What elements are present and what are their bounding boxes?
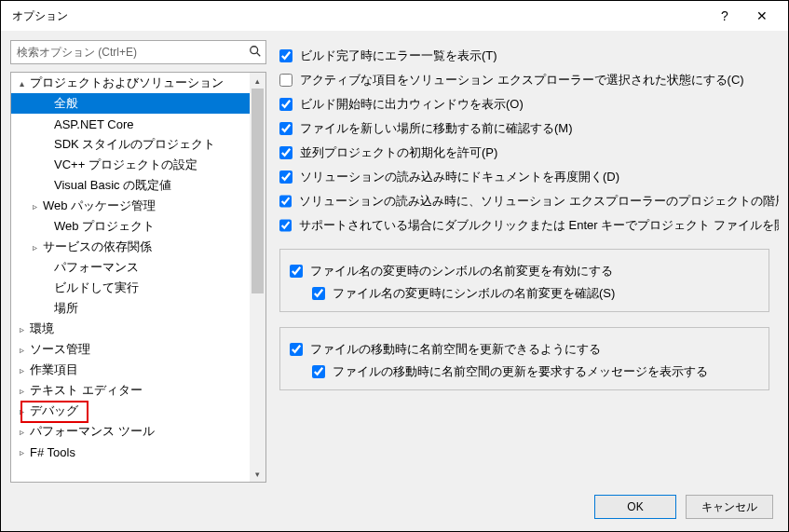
expand-icon[interactable]: ▹	[28, 201, 41, 211]
check-label: ビルド開始時に出力ウィンドウを表示(O)	[300, 96, 524, 113]
tree-item[interactable]: ▹テキスト エディター	[11, 380, 250, 401]
cancel-button[interactable]: キャンセル	[686, 495, 773, 519]
tree-scroll[interactable]: ▴プロジェクトおよびソリューション全般ASP.NET CoreSDK スタイルの…	[11, 73, 250, 482]
tree-item-label: パフォーマンス ツール	[28, 423, 155, 440]
tree-item[interactable]: ▹ソース管理	[11, 339, 250, 360]
checkbox[interactable]	[279, 49, 292, 62]
check-reopen-docs[interactable]: ソリューションの読み込み時にドキュメントを再度開く(D)	[279, 169, 779, 185]
tree-scrollbar[interactable]: ▴ ▾	[250, 73, 265, 482]
tree-item-label: 全般	[52, 95, 78, 112]
check-restore-hierarchy[interactable]: ソリューションの読み込み時に、ソリューション エクスプローラーのプロジェクトの階…	[279, 193, 779, 210]
tree-item-label: ビルドして実行	[52, 280, 139, 296]
check-label: サポートされている場合にダブルクリックまたは Enter キーでプロジェクト フ…	[299, 217, 779, 234]
tree-item-label: F# Tools	[28, 445, 75, 459]
expand-icon[interactable]: ▴	[15, 78, 28, 89]
tree-item-label: 作業項目	[28, 361, 78, 378]
tree-item-label: VC++ プロジェクトの設定	[52, 157, 197, 173]
tree-item-label: テキスト エディター	[28, 382, 143, 399]
checkbox[interactable]	[290, 343, 303, 356]
search-box[interactable]	[10, 40, 266, 64]
check-parallel-init[interactable]: 並列プロジェクトの初期化を許可(P)	[279, 144, 779, 161]
tree-item[interactable]: ビルドして実行	[11, 278, 250, 298]
tree-item-label: デバッグ	[28, 402, 78, 419]
tree-item[interactable]: ▹デバッグ	[11, 401, 250, 421]
scroll-thumb[interactable]	[252, 89, 264, 293]
right-pane: ビルド完了時にエラー一覧を表示(T) アクティブな項目をソリューション エクスプ…	[276, 40, 779, 483]
check-label: ファイル名の変更時のシンボルの名前変更を有効にする	[310, 263, 613, 280]
tree-item[interactable]: 場所	[11, 298, 250, 319]
expand-icon[interactable]: ▹	[15, 324, 28, 334]
tree-item[interactable]: 全般	[11, 93, 250, 114]
tree-item-label: 場所	[52, 300, 78, 317]
scroll-up-button[interactable]: ▴	[250, 73, 265, 89]
tree-item[interactable]: ▹F# Tools	[11, 442, 250, 462]
expand-icon[interactable]: ▹	[15, 386, 28, 396]
check-prompt-namespace[interactable]: ファイルの移動時に名前空間の更新を要求するメッセージを表示する	[290, 363, 759, 380]
tree-item-label: パフォーマンス	[52, 259, 139, 276]
check-confirm-rename[interactable]: ファイル名の変更時にシンボルの名前変更を確認(S)	[290, 285, 759, 302]
tree-item[interactable]: ▹パフォーマンス ツール	[11, 421, 250, 442]
expand-icon[interactable]: ▹	[15, 427, 28, 437]
tree-item-label: プロジェクトおよびソリューション	[28, 75, 224, 91]
scroll-track[interactable]	[250, 89, 265, 466]
check-confirm-move[interactable]: ファイルを新しい場所に移動する前に確認する(M)	[279, 120, 779, 137]
check-label: アクティブな項目をソリューション エクスプローラーで選択された状態にする(C)	[300, 72, 744, 89]
help-button[interactable]: ?	[706, 2, 743, 30]
tree-item[interactable]: ▹作業項目	[11, 360, 250, 380]
svg-line-1	[257, 52, 261, 56]
expand-icon[interactable]: ▹	[15, 406, 28, 416]
tree-item-label: ソース管理	[28, 341, 90, 358]
tree-item-label: Web パッケージ管理	[41, 198, 156, 214]
checkbox[interactable]	[279, 98, 292, 111]
expand-icon[interactable]: ▹	[15, 447, 28, 457]
check-label: ビルド完了時にエラー一覧を表示(T)	[300, 48, 497, 64]
scroll-down-button[interactable]: ▾	[250, 466, 265, 482]
check-show-output[interactable]: ビルド開始時に出力ウィンドウを表示(O)	[279, 96, 779, 113]
expand-icon[interactable]: ▹	[15, 345, 28, 355]
checkbox[interactable]	[279, 74, 292, 87]
window-title: オプション	[12, 8, 706, 24]
check-enable-rename[interactable]: ファイル名の変更時のシンボルの名前変更を有効にする	[290, 263, 759, 280]
check-enable-namespace[interactable]: ファイルの移動時に名前空間を更新できるようにする	[290, 341, 759, 358]
tree-item[interactable]: ▹サービスの依存関係	[11, 237, 250, 257]
check-label: ファイルの移動時に名前空間の更新を要求するメッセージを表示する	[333, 363, 708, 380]
svg-point-0	[251, 46, 258, 53]
group-namespace: ファイルの移動時に名前空間を更新できるようにする ファイルの移動時に名前空間の更…	[279, 327, 769, 390]
tree-item[interactable]: VC++ プロジェクトの設定	[11, 155, 250, 175]
titlebar: オプション ? ✕	[1, 1, 788, 31]
close-button[interactable]: ✕	[743, 2, 781, 30]
ok-button[interactable]: OK	[594, 495, 676, 519]
tree-item[interactable]: SDK スタイルのプロジェクト	[11, 134, 250, 155]
tree-item[interactable]: Web プロジェクト	[11, 216, 250, 237]
checkbox[interactable]	[279, 219, 292, 232]
search-input[interactable]	[17, 46, 249, 59]
expand-icon[interactable]: ▹	[15, 365, 28, 375]
checkbox[interactable]	[312, 287, 325, 300]
tree-item[interactable]: パフォーマンス	[11, 257, 250, 278]
group-rename: ファイル名の変更時のシンボルの名前変更を有効にする ファイル名の変更時にシンボル…	[279, 249, 769, 312]
check-build-errorlist[interactable]: ビルド完了時にエラー一覧を表示(T)	[279, 48, 779, 64]
tree-item[interactable]: ▴プロジェクトおよびソリューション	[11, 73, 250, 93]
checkbox[interactable]	[279, 146, 292, 159]
close-icon: ✕	[756, 8, 768, 23]
tree-item-label: Web プロジェクト	[52, 218, 155, 235]
checkbox[interactable]	[279, 195, 292, 208]
tree-item[interactable]: ▹環境	[11, 319, 250, 339]
check-label: 並列プロジェクトの初期化を許可(P)	[300, 144, 497, 161]
tree-item[interactable]: ASP.NET Core	[11, 114, 250, 134]
search-icon[interactable]	[249, 45, 262, 61]
expand-icon[interactable]: ▹	[28, 242, 41, 252]
checkbox[interactable]	[312, 365, 325, 378]
check-open-projectfile[interactable]: サポートされている場合にダブルクリックまたは Enter キーでプロジェクト フ…	[279, 217, 779, 234]
tree-item[interactable]: ▹Web パッケージ管理	[11, 196, 250, 216]
tree-item-label: SDK スタイルのプロジェクト	[52, 136, 215, 153]
check-track-active[interactable]: アクティブな項目をソリューション エクスプローラーで選択された状態にする(C)	[279, 72, 779, 89]
checkbox[interactable]	[279, 171, 292, 184]
check-label: ソリューションの読み込み時に、ソリューション エクスプローラーのプロジェクトの階…	[299, 193, 779, 210]
checkbox[interactable]	[290, 265, 303, 278]
check-label: ファイル名の変更時にシンボルの名前変更を確認(S)	[333, 285, 615, 302]
checkbox[interactable]	[279, 122, 292, 135]
check-label: ソリューションの読み込み時にドキュメントを再度開く(D)	[300, 169, 619, 185]
tree-item[interactable]: Visual Basic の既定値	[11, 175, 250, 196]
left-pane: ▴プロジェクトおよびソリューション全般ASP.NET CoreSDK スタイルの…	[10, 40, 266, 483]
